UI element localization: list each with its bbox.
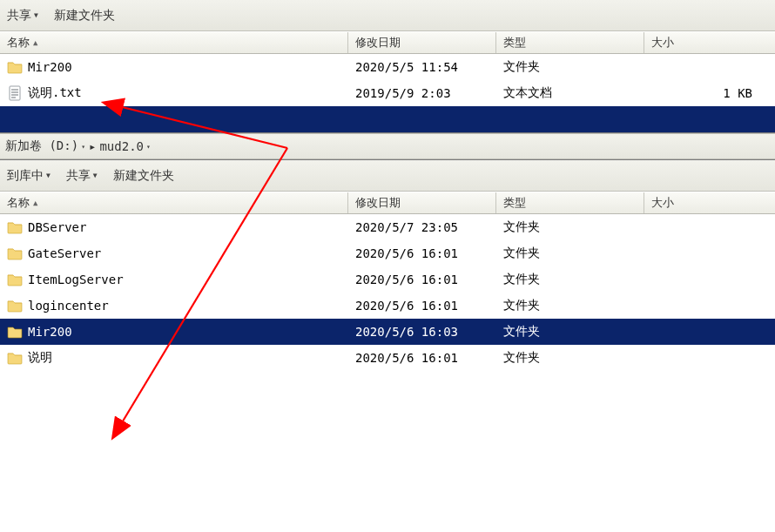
file-name: logincenter [28, 299, 109, 313]
cell-date: 2020/5/6 16:03 [348, 325, 496, 339]
header-date[interactable]: 修改日期 [348, 192, 496, 213]
header-size-label: 大小 [651, 195, 674, 211]
chevron-down-icon: ▾ [81, 143, 85, 151]
include-label: 到库中 [7, 168, 44, 184]
toolbar-top: 共享 ▼ 新建文件夹 [0, 0, 775, 31]
file-name: Mir200 [28, 325, 72, 339]
cell-name: 说明 [0, 350, 348, 366]
cell-type: 文件夹 [496, 246, 644, 261]
file-name: DBServer [28, 220, 86, 234]
cell-date: 2020/5/6 16:01 [348, 299, 496, 313]
cell-name: Mir200 [0, 59, 348, 75]
header-date-label: 修改日期 [355, 195, 401, 211]
cell-type: 文件夹 [496, 350, 644, 366]
cell-type: 文件夹 [496, 272, 644, 287]
explorer-pane-top: 共享 ▼ 新建文件夹 名称 ▲ 修改日期 类型 大小 Mir2002020/5/… [0, 0, 775, 133]
cell-date: 2020/5/7 23:05 [348, 220, 496, 234]
selection-footer-top [0, 106, 775, 132]
file-name: ItemLogServer [28, 273, 124, 286]
new-folder-button[interactable]: 新建文件夹 [54, 8, 115, 24]
header-name[interactable]: 名称 ▲ [0, 192, 348, 213]
file-name: 说明 [28, 350, 52, 366]
cell-name: 说明.txt [0, 85, 348, 101]
file-name: 说明.txt [28, 85, 82, 101]
header-size[interactable]: 大小 [644, 192, 766, 213]
share-button[interactable]: 共享 ▼ [66, 168, 98, 184]
toolbar-bottom: 到库中 ▼ 共享 ▼ 新建文件夹 [0, 160, 775, 192]
new-folder-label: 新建文件夹 [113, 168, 174, 184]
column-headers-bottom: 名称 ▲ 修改日期 类型 大小 [0, 192, 775, 214]
cell-size: 1 KB [644, 86, 766, 100]
chevron-down-icon: ▼ [46, 172, 51, 179]
sort-asc-icon: ▲ [33, 38, 37, 47]
breadcrumb-drive-label: 新加卷 (D:) [5, 138, 78, 154]
text-file-icon [7, 85, 23, 101]
header-name-label: 名称 [7, 195, 30, 211]
table-row[interactable]: 说明2020/5/6 16:01文件夹 [0, 345, 775, 371]
file-list-bottom: DBServer2020/5/7 23:05文件夹GateServer2020/… [0, 214, 775, 371]
breadcrumb-folder-label: mud2.0 [99, 139, 144, 153]
explorer-pane-bottom: 到库中 ▼ 共享 ▼ 新建文件夹 名称 ▲ 修改日期 类型 大小 DBServe… [0, 159, 775, 406]
cell-date: 2020/5/5 11:54 [348, 60, 496, 74]
cell-type: 文件夹 [496, 219, 644, 235]
folder-icon [7, 219, 23, 235]
header-name[interactable]: 名称 ▲ [0, 32, 348, 53]
header-size-label: 大小 [651, 35, 674, 51]
file-name: GateServer [28, 246, 101, 260]
breadcrumb-folder[interactable]: mud2.0 ▾ [99, 139, 150, 153]
folder-icon [7, 272, 23, 287]
cell-name: ItemLogServer [0, 272, 348, 287]
cell-name: logincenter [0, 298, 348, 313]
include-library-button[interactable]: 到库中 ▼ [7, 168, 51, 184]
share-label: 共享 [7, 8, 31, 24]
file-list-top: Mir2002020/5/5 11:54文件夹说明.txt2019/5/9 2:… [0, 54, 775, 106]
folder-icon [7, 350, 23, 366]
share-label: 共享 [66, 168, 91, 184]
list-whitespace [0, 371, 775, 406]
chevron-down-icon: ▼ [34, 11, 38, 19]
chevron-down-icon: ▾ [146, 143, 151, 151]
table-row[interactable]: Mir2002020/5/5 11:54文件夹 [0, 54, 775, 80]
table-row[interactable]: DBServer2020/5/7 23:05文件夹 [0, 214, 775, 240]
table-row[interactable]: logincenter2020/5/6 16:01文件夹 [0, 293, 775, 319]
cell-date: 2020/5/6 16:01 [348, 273, 496, 286]
cell-date: 2020/5/6 16:01 [348, 246, 496, 260]
file-name: Mir200 [28, 60, 72, 74]
breadcrumb-drive[interactable]: 新加卷 (D:) ▾ [5, 138, 85, 154]
folder-icon [7, 59, 23, 75]
cell-name: DBServer [0, 219, 348, 235]
header-type-label: 类型 [503, 35, 526, 51]
header-date-label: 修改日期 [355, 35, 401, 51]
cell-type: 文件夹 [496, 298, 644, 313]
header-date[interactable]: 修改日期 [348, 32, 496, 53]
cell-date: 2019/5/9 2:03 [348, 86, 496, 100]
cell-type: 文本文档 [496, 85, 644, 101]
folder-icon [7, 298, 23, 313]
new-folder-label: 新建文件夹 [54, 8, 115, 24]
table-row[interactable]: 说明.txt2019/5/9 2:03文本文档1 KB [0, 80, 775, 106]
svg-rect-0 [10, 86, 20, 100]
cell-name: GateServer [0, 246, 348, 261]
folder-icon [7, 246, 23, 261]
share-button[interactable]: 共享 ▼ [7, 8, 38, 24]
cell-type: 文件夹 [496, 59, 644, 75]
breadcrumb[interactable]: 新加卷 (D:) ▾ ▸ mud2.0 ▾ [0, 133, 775, 159]
cell-name: Mir200 [0, 324, 348, 340]
table-row[interactable]: GateServer2020/5/6 16:01文件夹 [0, 240, 775, 266]
cell-type: 文件夹 [496, 324, 644, 340]
header-name-label: 名称 [7, 35, 30, 51]
new-folder-button[interactable]: 新建文件夹 [113, 168, 174, 184]
header-type[interactable]: 类型 [496, 192, 644, 213]
header-size[interactable]: 大小 [644, 32, 766, 53]
header-type[interactable]: 类型 [496, 32, 644, 53]
header-type-label: 类型 [503, 195, 526, 211]
breadcrumb-sep: ▸ [89, 139, 96, 153]
chevron-down-icon: ▼ [93, 172, 98, 179]
folder-icon [7, 324, 23, 340]
column-headers-top: 名称 ▲ 修改日期 类型 大小 [0, 31, 775, 54]
table-row[interactable]: Mir2002020/5/6 16:03文件夹 [0, 319, 775, 345]
cell-date: 2020/5/6 16:01 [348, 351, 496, 365]
sort-asc-icon: ▲ [33, 199, 37, 207]
table-row[interactable]: ItemLogServer2020/5/6 16:01文件夹 [0, 266, 775, 293]
